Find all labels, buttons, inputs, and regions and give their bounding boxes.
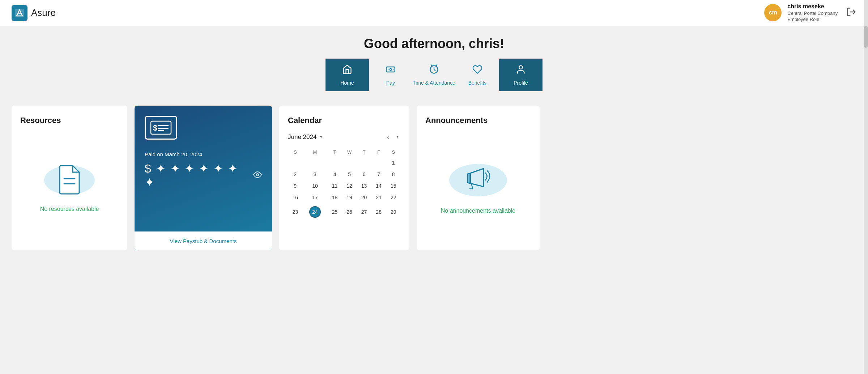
resources-card: Resources No resources available [12, 106, 127, 250]
calendar-prev-button[interactable]: ‹ [385, 132, 391, 141]
pay-icon [386, 64, 396, 77]
tab-time-label: Time & Attendance [413, 80, 455, 86]
calendar-day [327, 157, 342, 169]
eye-icon[interactable] [253, 170, 262, 180]
dropdown-icon [319, 135, 324, 140]
calendar-day[interactable]: 22 [386, 192, 401, 203]
profile-icon [516, 64, 526, 77]
calendar-day[interactable]: 8 [386, 169, 401, 180]
calendar-day [342, 157, 357, 169]
calendar-day[interactable]: 1 [386, 157, 401, 169]
calendar-day[interactable]: 5 [342, 169, 357, 180]
calendar-day[interactable]: 19 [342, 192, 357, 203]
calendar-day[interactable]: 15 [386, 180, 401, 192]
calendar-day[interactable]: 3 [303, 169, 328, 180]
calendar-day[interactable]: 2 [288, 169, 303, 180]
resources-title: Resources [20, 116, 61, 125]
tab-benefits-label: Benefits [468, 80, 487, 86]
tab-home[interactable]: Home [326, 59, 369, 91]
calendar-day[interactable]: 14 [371, 180, 386, 192]
logout-icon[interactable] [846, 7, 856, 18]
header: Asure cm chris meseke Central Portal Com… [0, 0, 868, 26]
calendar-week-row: 9101112131415 [288, 180, 401, 192]
calendar-day[interactable]: 6 [357, 169, 371, 180]
clock-icon [429, 64, 439, 77]
calendar-day[interactable]: 4 [327, 169, 342, 180]
announcements-title: Announcements [425, 116, 531, 125]
calendar-day[interactable]: 18 [327, 192, 342, 203]
calendar-day[interactable]: 29 [386, 203, 401, 221]
calendar-header-row: S M T W T F S [288, 147, 401, 157]
day-header-s2: S [386, 147, 401, 157]
resource-icon-area [41, 160, 98, 200]
tab-benefits[interactable]: Benefits [456, 59, 499, 91]
scrollbar-thumb[interactable] [864, 26, 868, 48]
amount-row: $ ✦ ✦ ✦ ✦ ✦ ✦ ✦ [145, 162, 262, 189]
avatar: cm [764, 4, 782, 21]
calendar-month-text: June 2024 [288, 133, 316, 141]
calendar-day[interactable]: 13 [357, 180, 371, 192]
calendar-today: 24 [309, 206, 321, 218]
greeting-text: Good afternoon, chris! [0, 36, 868, 51]
calendar-card: Calendar June 2024 ‹ › S M T W T [279, 106, 409, 250]
calendar-day[interactable]: 9 [288, 180, 303, 192]
nav-tabs: Home Pay Time & Attendance Benef [0, 59, 868, 98]
day-header-t2: T [357, 147, 371, 157]
calendar-day[interactable]: 20 [357, 192, 371, 203]
heart-icon [472, 64, 482, 77]
calendar-day[interactable]: 16 [288, 192, 303, 203]
calendar-day[interactable]: 28 [371, 203, 386, 221]
calendar-week-row: 16171819202122 [288, 192, 401, 203]
calendar-week-row: 23242526272829 [288, 203, 401, 221]
calendar-day[interactable]: 21 [371, 192, 386, 203]
day-header-w: W [342, 147, 357, 157]
calendar-day[interactable]: 11 [327, 180, 342, 192]
day-header-t1: T [327, 147, 342, 157]
tab-profile[interactable]: Profile [499, 59, 542, 91]
calendar-month[interactable]: June 2024 [288, 133, 324, 141]
check-icon-box: $ [145, 116, 177, 140]
calendar-week-row: 1 [288, 157, 401, 169]
greeting-section: Good afternoon, chris! [0, 26, 868, 59]
day-header-m: M [303, 147, 328, 157]
user-role: Employee Role [787, 17, 838, 23]
announcements-card: Announcements [417, 106, 540, 250]
amount-masked: $ ✦ ✦ ✦ ✦ ✦ ✦ ✦ [145, 162, 250, 189]
scrollbar[interactable] [864, 0, 868, 374]
calendar-day[interactable]: 26 [342, 203, 357, 221]
day-header-s1: S [288, 147, 303, 157]
calendar-day[interactable]: 24 [303, 203, 328, 221]
day-header-f: F [371, 147, 386, 157]
calendar-day[interactable]: 7 [371, 169, 386, 180]
calendar-day [371, 157, 386, 169]
view-paystub-button[interactable]: View Paystub & Documents [135, 231, 272, 250]
tab-pay[interactable]: Pay [369, 59, 412, 91]
announcements-content: No announcements available [425, 132, 531, 240]
no-resources-message: No resources available [40, 206, 99, 212]
logo-text: Asure [31, 7, 56, 18]
tab-time-attendance[interactable]: Time & Attendance [412, 59, 456, 91]
resources-content: No resources available [20, 132, 119, 240]
user-info: chris meseke Central Portal Company Empl… [787, 3, 838, 23]
calendar-day[interactable]: 10 [303, 180, 328, 192]
calendar-day [357, 157, 371, 169]
calendar-title: Calendar [288, 116, 401, 125]
calendar-day[interactable]: 25 [327, 203, 342, 221]
user-company: Central Portal Company [787, 10, 838, 17]
svg-point-5 [519, 65, 522, 69]
home-icon [342, 64, 352, 77]
paid-on-text: Paid on March 20, 2024 [145, 151, 262, 157]
tab-home-label: Home [340, 80, 354, 86]
calendar-day[interactable]: 12 [342, 180, 357, 192]
logo-area: Asure [12, 5, 56, 21]
calendar-day[interactable]: 27 [357, 203, 371, 221]
calendar-day[interactable]: 17 [303, 192, 328, 203]
calendar-day [303, 157, 328, 169]
calendar-next-button[interactable]: › [394, 132, 401, 141]
calendar-day[interactable]: 23 [288, 203, 303, 221]
main-content: Resources No resources available [0, 98, 868, 258]
user-name: chris meseke [787, 3, 838, 10]
calendar-week-row: 2345678 [288, 169, 401, 180]
calendar-nav: ‹ › [385, 132, 401, 141]
announce-icon-area [446, 158, 511, 202]
